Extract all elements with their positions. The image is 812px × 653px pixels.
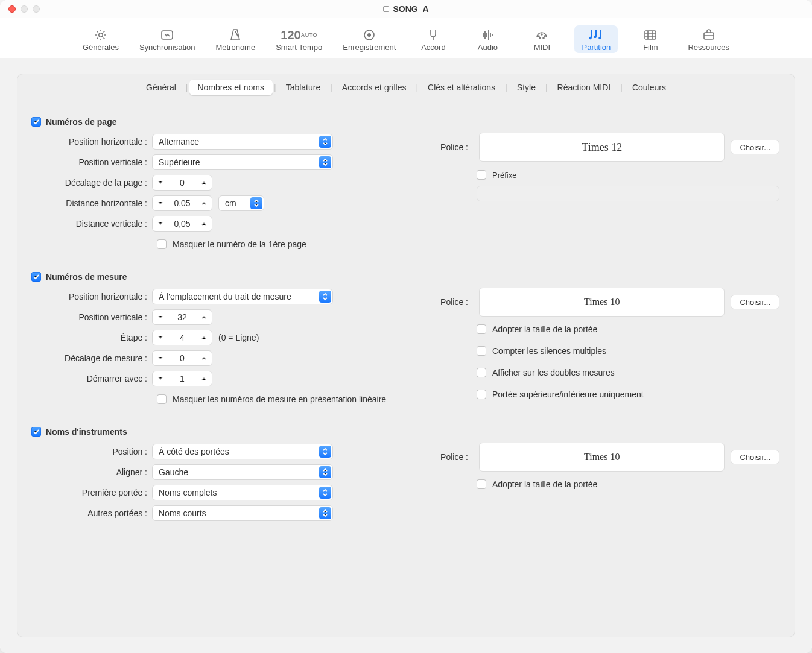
toolbar-audio[interactable]: Audio (466, 25, 509, 53)
pos-label: Position : (33, 447, 152, 456)
adopt-size-checkbox-2[interactable] (477, 479, 486, 489)
hdist-stepper[interactable]: 0,05 (152, 195, 212, 211)
prefix-label: Préfixe (492, 171, 516, 180)
toolbar-ressources[interactable]: Ressources (683, 25, 734, 53)
pos-select[interactable]: À côté des portées (152, 444, 333, 459)
step-stepper[interactable]: 4 (152, 330, 212, 345)
tab-accords-grilles[interactable]: Accords et grilles (334, 80, 415, 95)
tab-nombres-noms[interactable]: Nombres et noms (189, 80, 273, 95)
show-double-checkbox[interactable] (477, 368, 486, 377)
chevron-down-icon[interactable] (156, 313, 165, 321)
hide-linear-checkbox[interactable] (157, 394, 167, 404)
bv-stepper[interactable]: 32 (152, 309, 212, 325)
first-select[interactable]: Noms complets (152, 485, 333, 500)
chevron-up-icon[interactable] (200, 313, 208, 321)
step-hint: (0 = Ligne) (218, 333, 259, 342)
tempo-icon: 120 AUTO (281, 27, 317, 43)
chevron-down-icon[interactable] (156, 219, 165, 228)
chevron-up-icon[interactable] (200, 178, 208, 187)
chevron-down-icon[interactable] (156, 199, 165, 207)
vdist-stepper[interactable]: 0,05 (152, 216, 212, 232)
align-select[interactable]: Gauche (152, 464, 333, 480)
toolbar-midi[interactable]: MIDI (520, 25, 563, 53)
b-offset-stepper[interactable]: 0 (152, 350, 212, 366)
p-hdist-label: Distance horizontale : (33, 198, 152, 208)
toolbar-label: MIDI (534, 43, 550, 52)
svg-point-3 (367, 33, 371, 37)
page-offset-stepper[interactable]: 0 (152, 175, 212, 191)
chevron-up-icon[interactable] (200, 333, 208, 342)
prefix-checkbox[interactable] (477, 170, 486, 180)
chevron-up-icon[interactable] (200, 354, 208, 362)
svg-point-10 (594, 36, 597, 39)
chevron-updown-icon (250, 197, 262, 209)
content: Général| Nombres et noms| Tablature| Acc… (0, 58, 812, 653)
start-label: Démarrer avec : (33, 374, 152, 383)
toolbar-partition[interactable]: Partition (574, 25, 618, 53)
panel: Général| Nombres et noms| Tablature| Acc… (17, 74, 795, 637)
toolbar-label: Partition (582, 43, 611, 52)
svg-point-5 (541, 34, 542, 35)
p-offset-label: Décalage de la page : (33, 178, 152, 188)
bar-numbers-checkbox[interactable] (31, 272, 41, 282)
prefix-input[interactable] (477, 186, 779, 201)
close-icon[interactable] (8, 5, 16, 13)
window-controls (8, 5, 40, 13)
toolbar-film[interactable]: Film (629, 25, 672, 53)
top-bottom-checkbox[interactable] (477, 390, 486, 399)
top-bottom-label: Portée supérieure/inférieure uniquement (492, 390, 644, 399)
tab-style[interactable]: Style (509, 80, 544, 95)
tab-cles-alterations[interactable]: Clés et altérations (419, 80, 504, 95)
toolbar-label: Smart Tempo (276, 43, 322, 52)
chevron-updown-icon (319, 507, 331, 519)
other-select[interactable]: Noms courts (152, 505, 333, 521)
adopt-size-checkbox[interactable] (477, 324, 486, 334)
toolbar-label: Accord (421, 43, 445, 52)
section-title: Numéros de mesure (46, 272, 127, 282)
zoom-icon[interactable] (33, 5, 40, 13)
choose-font-button[interactable]: Choisir... (731, 140, 779, 154)
chevron-down-icon[interactable] (156, 354, 165, 362)
chevron-up-icon[interactable] (200, 219, 208, 228)
svg-point-9 (589, 37, 592, 40)
window-title-wrap: SONG_A (0, 4, 812, 14)
toolbar-accord[interactable]: Accord (411, 25, 455, 53)
font-label: Police : (425, 452, 473, 462)
svg-point-4 (538, 36, 539, 37)
tab-general[interactable]: Général (138, 80, 185, 95)
chevron-up-icon[interactable] (200, 374, 208, 383)
count-rests-checkbox[interactable] (477, 346, 486, 356)
tab-tablature[interactable]: Tablature (278, 80, 329, 95)
chevron-down-icon[interactable] (156, 374, 165, 383)
choose-font-button[interactable]: Choisir... (731, 450, 779, 464)
document-icon (383, 6, 389, 12)
ph-select[interactable]: Alternance (152, 134, 333, 150)
bh-select[interactable]: À l'emplacement du trait de mesure (152, 289, 333, 304)
toolbar-generales[interactable]: Générales (78, 25, 124, 53)
window-title: SONG_A (393, 4, 428, 14)
toolbar-metronome[interactable]: Métronome (211, 25, 260, 53)
unit-select[interactable]: cm (218, 195, 264, 211)
font-preview: Times 10 (479, 443, 725, 472)
choose-font-button[interactable]: Choisir... (731, 295, 779, 309)
chevron-down-icon[interactable] (156, 333, 165, 342)
instrument-names-checkbox[interactable] (31, 427, 41, 437)
start-stepper[interactable]: 1 (152, 371, 212, 386)
tab-reaction-midi[interactable]: Réaction MIDI (549, 80, 620, 95)
hide-first-page-checkbox[interactable] (157, 239, 167, 249)
toolbar-record[interactable]: Enregistrement (338, 25, 401, 53)
metronome-icon (228, 27, 243, 43)
chevron-up-icon[interactable] (200, 199, 208, 207)
chevron-updown-icon (319, 156, 331, 168)
page-numbers-checkbox[interactable] (31, 117, 41, 127)
toolbar-sync[interactable]: Synchronisation (135, 25, 200, 53)
toolbar-smart-tempo[interactable]: 120 AUTO Smart Tempo (271, 25, 327, 53)
chevron-updown-icon (319, 487, 331, 499)
pv-select[interactable]: Supérieure (152, 154, 333, 170)
chevron-down-icon[interactable] (156, 178, 165, 187)
svg-point-8 (543, 37, 544, 39)
b-offset-label: Décalage de mesure : (33, 353, 152, 363)
tab-couleurs[interactable]: Couleurs (624, 80, 674, 95)
minimize-icon[interactable] (21, 5, 28, 13)
toolbar: Générales Synchronisation Métronome 120 … (0, 18, 812, 58)
